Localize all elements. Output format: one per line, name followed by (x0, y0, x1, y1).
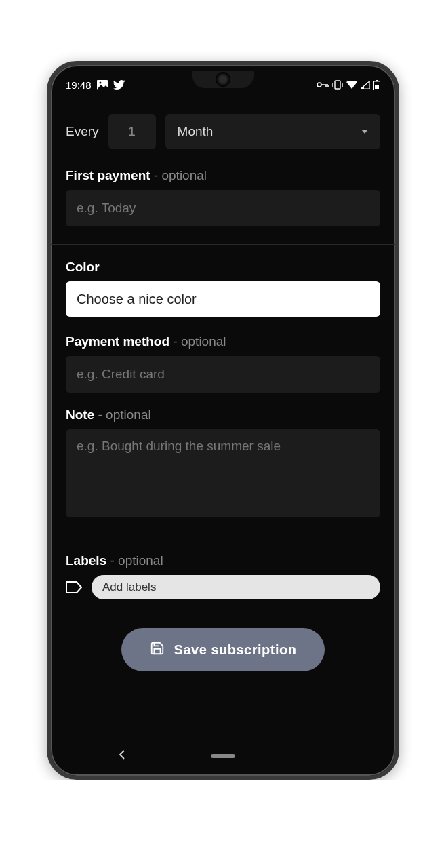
color-picker-button[interactable]: Choose a nice color (66, 281, 380, 317)
note-label: Note - optional (66, 408, 380, 422)
wifi-icon (346, 81, 357, 89)
key-icon (317, 81, 329, 88)
unit-select[interactable]: Month (165, 114, 380, 149)
battery-icon (373, 80, 380, 90)
svg-point-1 (99, 82, 101, 84)
payment-method-label: Payment method - optional (66, 334, 380, 349)
every-label: Every (66, 124, 99, 139)
home-indicator[interactable] (211, 754, 235, 758)
vibrate-icon (332, 80, 343, 90)
save-subscription-button[interactable]: Save subscription (121, 628, 325, 671)
note-input[interactable] (66, 429, 380, 517)
first-payment-input[interactable] (66, 190, 380, 226)
svg-point-2 (317, 83, 321, 87)
svg-rect-3 (335, 81, 340, 89)
labels-label: Labels - optional (66, 553, 380, 568)
nav-bar (51, 736, 395, 776)
divider (51, 538, 395, 538)
tag-icon (66, 581, 82, 593)
interval-input[interactable] (108, 114, 156, 149)
back-button[interactable] (119, 749, 125, 764)
payment-method-input[interactable] (66, 356, 380, 393)
chevron-down-icon (361, 130, 368, 134)
save-icon (150, 641, 165, 659)
image-icon (97, 80, 108, 90)
add-labels-button[interactable]: Add labels (92, 575, 380, 599)
color-label: Color (66, 260, 380, 275)
status-time: 19:48 (66, 79, 92, 91)
svg-rect-6 (375, 85, 379, 89)
first-payment-label: First payment - optional (66, 168, 380, 183)
divider (51, 244, 395, 245)
twitter-icon (113, 80, 125, 90)
unit-selected-label: Month (178, 124, 214, 139)
signal-icon (361, 81, 370, 89)
